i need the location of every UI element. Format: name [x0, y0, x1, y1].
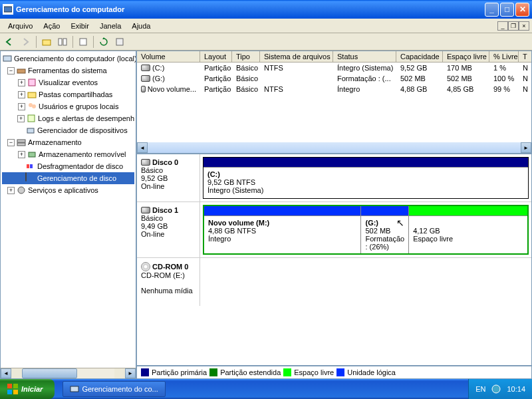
cd-icon	[141, 262, 150, 271]
expand-icon[interactable]: +	[17, 115, 25, 122]
partition-m[interactable]: Novo volume (M:) 4,88 GB NTFS Íntegro	[204, 206, 361, 253]
taskbar: Iniciar Gerenciamento do co... EN 10:14	[0, 379, 532, 399]
expand-icon[interactable]: +	[18, 151, 25, 158]
disk-row-0[interactable]: Disco 0 Básico 9,52 GB On-line (C:) 9,52…	[137, 154, 531, 202]
col-t[interactable]: T	[519, 51, 531, 62]
collapse-icon[interactable]: −	[7, 139, 15, 146]
scroll-right-icon[interactable]: ►	[125, 368, 136, 378]
scroll-right-icon[interactable]: ►	[521, 142, 531, 153]
clock[interactable]: 10:14	[507, 385, 525, 393]
svg-rect-6	[3, 56, 11, 61]
tree-desfrag[interactable]: Desfragmentador de disco	[2, 160, 134, 172]
properties-button[interactable]	[76, 35, 90, 49]
up-button[interactable]	[39, 35, 54, 49]
start-button[interactable]: Iniciar	[0, 379, 55, 399]
collapse-icon[interactable]: −	[7, 67, 15, 74]
taskbar-item[interactable]: Gerenciamento do co...	[63, 381, 165, 397]
svg-rect-0	[4, 7, 12, 12]
tree-panel: Gerenciamento do computador (local) −Fer…	[0, 51, 136, 379]
partition-free[interactable]: 4,12 GB Espaço livre	[409, 206, 527, 253]
expand-icon[interactable]: +	[18, 79, 25, 86]
disk-panel: Disco 0 Básico 9,52 GB On-line (C:) 9,52…	[136, 154, 532, 366]
view-button[interactable]	[55, 35, 70, 49]
svg-rect-2	[59, 39, 62, 45]
col-layout[interactable]: Layout	[200, 51, 232, 62]
mdi-minimize[interactable]: _	[497, 21, 508, 31]
menu-exibir[interactable]: Exibir	[65, 21, 94, 31]
svg-rect-21	[13, 384, 18, 388]
tree-pastas[interactable]: +Pastas compartilhadas	[2, 88, 134, 100]
legend-swatch-free	[283, 368, 291, 376]
disk-label: CD-ROM 0 CD-ROM (E:) Nenhuma mídia	[137, 258, 200, 306]
back-button[interactable]	[3, 35, 17, 49]
col-tipo[interactable]: Tipo	[232, 51, 260, 62]
tree-usuarios[interactable]: +Usuários e grupos locais	[2, 100, 134, 112]
col-sistema[interactable]: Sistema de arquivos	[260, 51, 333, 62]
volume-list-body[interactable]: (C:) Partição Básico NTFS Íntegro (Siste…	[137, 63, 531, 142]
tree-root[interactable]: Gerenciamento do computador (local)	[2, 53, 134, 65]
tree-armazenamento[interactable]: −Armazenamento	[2, 136, 134, 148]
partition-header	[203, 158, 528, 167]
col-volume[interactable]: Volume	[137, 51, 200, 62]
tree-removivel[interactable]: +Armazenamento removível	[2, 148, 134, 160]
svg-rect-7	[17, 69, 25, 73]
volume-icon	[141, 65, 150, 71]
col-status[interactable]: Status	[333, 51, 396, 62]
scroll-left-icon[interactable]: ◄	[1, 368, 11, 378]
settings-button[interactable]	[112, 35, 127, 49]
menu-janela[interactable]: Janela	[94, 21, 126, 31]
disk-label: Disco 0 Básico 9,52 GB On-line	[137, 154, 200, 201]
tree-visualizar[interactable]: +Visualizar eventos	[2, 76, 134, 88]
close-button[interactable]: ✕	[515, 3, 529, 17]
volume-h-scrollbar[interactable]: ◄ ►	[137, 142, 531, 153]
volume-icon	[141, 75, 150, 82]
tree-ferramentas[interactable]: −Ferramentas do sistema	[2, 65, 134, 76]
toolbar	[0, 33, 532, 51]
col-capacidade[interactable]: Capacidade	[396, 51, 443, 62]
disk-icon	[141, 159, 150, 166]
svg-rect-13	[27, 128, 34, 133]
forward-button[interactable]	[19, 35, 33, 49]
volume-row[interactable]: (G:) Partição Básico Formatação : (... 5…	[137, 73, 531, 84]
tree[interactable]: Gerenciamento do computador (local) −Fer…	[1, 51, 136, 368]
scroll-track[interactable]	[148, 142, 521, 153]
expand-icon[interactable]: +	[18, 91, 25, 98]
scroll-left-icon[interactable]: ◄	[137, 142, 148, 153]
systray: EN 10:14	[468, 379, 532, 399]
tree-logs[interactable]: +Logs e alertas de desempenh	[2, 112, 134, 124]
mdi-restore[interactable]: ❐	[508, 21, 519, 31]
minimize-button[interactable]: _	[485, 3, 499, 17]
maximize-button[interactable]: □	[500, 3, 514, 17]
lang-indicator[interactable]: EN	[475, 385, 485, 393]
scroll-thumb[interactable]	[22, 368, 77, 378]
partition-header	[409, 206, 527, 215]
mdi-close[interactable]: ×	[519, 21, 529, 31]
app-icon	[3, 4, 13, 15]
disk-row-1[interactable]: Disco 1 Básico 9,49 GB On-line Novo volu…	[137, 202, 531, 258]
task-icon	[70, 384, 79, 394]
svg-point-11	[32, 104, 36, 108]
menu-acao[interactable]: Ação	[38, 21, 65, 31]
svg-point-19	[18, 187, 25, 194]
col-livre[interactable]: % Livre	[489, 51, 519, 62]
svg-rect-1	[43, 40, 51, 45]
expand-icon[interactable]: +	[18, 103, 25, 110]
expand-icon[interactable]: +	[7, 187, 15, 194]
partition-c[interactable]: (C:) 9,52 GB NTFS Íntegro (Sistema)	[203, 157, 529, 199]
menu-arquivo[interactable]: Arquivo	[3, 21, 38, 31]
tree-gerenciador-disp[interactable]: Gerenciador de dispositivos	[2, 124, 134, 136]
legend-label: Espaço livre	[294, 368, 334, 376]
h-scrollbar[interactable]: ◄ ►	[1, 368, 136, 378]
disk-row-cd[interactable]: CD-ROM 0 CD-ROM (E:) Nenhuma mídia	[137, 258, 531, 306]
refresh-button[interactable]	[96, 35, 111, 49]
tree-servicos[interactable]: +Serviços e aplicativos	[2, 184, 134, 196]
tree-ger-disco[interactable]: Gerenciamento de disco	[2, 172, 134, 184]
volume-row[interactable]: Novo volume... Partição Básico NTFS Ínte…	[137, 84, 531, 94]
volume-list: Volume Layout Tipo Sistema de arquivos S…	[136, 51, 532, 154]
tray-icon[interactable]	[491, 384, 501, 394]
volume-row[interactable]: (C:) Partição Básico NTFS Íntegro (Siste…	[137, 63, 531, 73]
mdi-controls: _ ❐ ×	[497, 21, 529, 31]
partition-g[interactable]: (G:) ↖ 502 MB Formatação : (26%)	[361, 206, 409, 253]
menu-ajuda[interactable]: Ajuda	[126, 21, 156, 31]
col-espaco[interactable]: Espaço livre	[443, 51, 489, 62]
